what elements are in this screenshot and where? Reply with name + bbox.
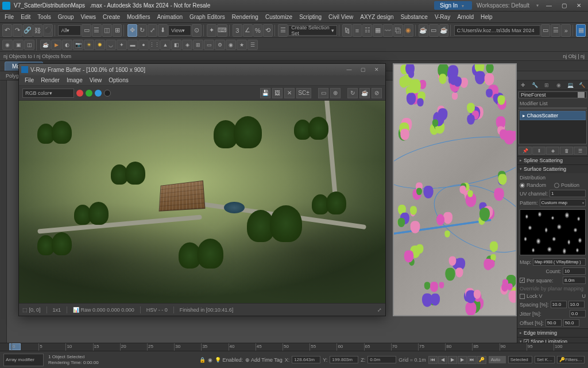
- rollout-slope-limitation[interactable]: ✓Slope Limitation: [517, 338, 588, 343]
- vray-render[interactable]: ☕: [40, 40, 51, 50]
- key-mode-icon[interactable]: 🔑: [477, 356, 486, 364]
- object-name-field[interactable]: PineForest: [519, 91, 587, 98]
- selection-set-combo[interactable]: Create Selection Set ▾: [288, 25, 336, 36]
- scale-button[interactable]: ⤢: [148, 24, 157, 37]
- vfb-red-channel-icon[interactable]: [76, 90, 83, 97]
- menu-help[interactable]: Help: [477, 13, 496, 21]
- vray-dome[interactable]: ◡: [106, 40, 116, 50]
- vray-vfb[interactable]: ▭: [204, 40, 214, 50]
- isolate-button[interactable]: ◉: [2, 40, 13, 50]
- vfb-titlebar[interactable]: V-Ray Frame Buffer - [100.0% of 1600 x 9…: [19, 64, 385, 75]
- remove-mod-icon[interactable]: 🗑: [560, 147, 573, 155]
- select-button[interactable]: ▭: [82, 24, 91, 37]
- motion-tab-icon[interactable]: ◉: [554, 80, 563, 90]
- vfb-blue-channel-icon[interactable]: [95, 90, 102, 97]
- add-time-tag[interactable]: ⊕ Add Time Tag: [245, 357, 283, 363]
- menu-civil-view[interactable]: Civil View: [325, 13, 357, 21]
- angle-snap[interactable]: ∠: [243, 24, 253, 37]
- vfb-render-image[interactable]: [19, 101, 385, 303]
- percent-snap[interactable]: %: [253, 24, 263, 37]
- viewport-area[interactable]: V-Ray Frame Buffer - [100.0% of 1600 x 9…: [7, 80, 517, 343]
- pattern-preview[interactable]: [520, 209, 586, 255]
- modify-tab-icon[interactable]: 🔧: [531, 80, 540, 90]
- menu-arnold[interactable]: Arnold: [454, 13, 477, 21]
- render-frame[interactable]: ▭: [429, 24, 439, 37]
- project-btn1[interactable]: ▭: [541, 24, 551, 37]
- signin-button[interactable]: Sign In ▾: [434, 1, 472, 10]
- unique-icon[interactable]: ◈: [546, 147, 559, 155]
- material-editor[interactable]: ◉: [404, 24, 413, 37]
- select-name-button[interactable]: ☰: [92, 24, 102, 37]
- undo-button[interactable]: ↶: [2, 24, 12, 37]
- mirror-button[interactable]: ⧎: [342, 24, 352, 37]
- project-path[interactable]: C:\Users\iv.koz…ts\3ds Max 2024: [454, 25, 540, 36]
- toggle-ribbon[interactable]: ▦: [373, 24, 382, 37]
- project-btn2[interactable]: ☰: [551, 24, 560, 37]
- display-tab-icon[interactable]: 💻: [566, 80, 575, 90]
- vray-cam[interactable]: 📷: [73, 40, 83, 50]
- keyboard-button[interactable]: ⌨: [217, 24, 227, 37]
- vfb-loadimg-icon[interactable]: 🖼: [272, 88, 283, 98]
- vray-decal[interactable]: ◈: [182, 40, 192, 50]
- vfb-ipr-icon[interactable]: ☕: [359, 88, 370, 98]
- menu-views[interactable]: Views: [78, 13, 100, 21]
- modifier-chaosscatter[interactable]: ▸ ChaosScatter: [520, 111, 586, 120]
- vfb-stop-icon[interactable]: ⊘: [372, 88, 382, 98]
- layers-button[interactable]: ☷: [362, 24, 372, 37]
- menu-edit[interactable]: Edit: [17, 13, 34, 21]
- vray-fur[interactable]: ⋮⋮: [149, 40, 160, 50]
- vfb-menu-view[interactable]: View: [86, 77, 106, 83]
- timeline-ruler[interactable]: 0510152025303540455055606570758085909510…: [0, 343, 588, 351]
- rollout-spline-scattering[interactable]: Spline Scattering: [517, 156, 588, 164]
- menu-v-ray[interactable]: V-Ray: [431, 13, 454, 21]
- vfb-render-icon[interactable]: ↻: [347, 88, 358, 98]
- vfb-expand-icon[interactable]: ⤢: [377, 307, 382, 313]
- menu-customize[interactable]: Customize: [262, 13, 296, 21]
- pin-stack-icon[interactable]: 📌: [519, 147, 532, 155]
- next-frame-icon[interactable]: ▶: [458, 356, 467, 364]
- vfb-menu-image[interactable]: Image: [63, 77, 86, 83]
- rollout-edge-trimming[interactable]: Edge trimming: [517, 329, 588, 337]
- utilities-tab-icon[interactable]: 🔨: [578, 80, 587, 90]
- move-button[interactable]: ✥: [127, 24, 137, 37]
- xview-button[interactable]: ◫: [24, 40, 34, 50]
- rotate-button[interactable]: ↻: [138, 24, 148, 37]
- z-coord[interactable]: 0.0m: [368, 356, 396, 363]
- link-button[interactable]: 🔗: [23, 24, 33, 37]
- modifier-list-combo[interactable]: [519, 108, 587, 109]
- persquare-input[interactable]: 8.0m: [563, 277, 586, 284]
- vfb-channel-combo[interactable]: RGB color ▾: [22, 89, 74, 98]
- vfb-maximize[interactable]: ▢: [357, 66, 369, 74]
- render-setup[interactable]: ☕: [419, 24, 428, 37]
- menu-tools[interactable]: Tools: [34, 13, 54, 21]
- prev-frame-icon[interactable]: ◀: [438, 356, 447, 364]
- vray-ies[interactable]: ✦: [117, 40, 127, 50]
- align-button[interactable]: ≡: [353, 24, 362, 37]
- x-coord[interactable]: 128.643m: [292, 356, 320, 363]
- vfb-clear-icon[interactable]: ✕: [284, 88, 295, 98]
- menu-modifiers[interactable]: Modifiers: [123, 13, 154, 21]
- goto-start-icon[interactable]: ⏮: [428, 356, 438, 364]
- pattern-combo[interactable]: Custom map: [540, 199, 586, 206]
- create-tab-icon[interactable]: ✚: [519, 80, 528, 90]
- vray-frame-buffer-window[interactable]: V-Ray Frame Buffer - [100.0% of 1600 x 9…: [18, 63, 386, 316]
- modifier-stack[interactable]: ▸ ChaosScatter: [519, 110, 587, 144]
- persquare-check[interactable]: ✓: [520, 278, 525, 283]
- pivot-button[interactable]: ⊙: [192, 24, 202, 37]
- sel-lock[interactable]: ▣: [13, 40, 24, 50]
- vfb-region-icon[interactable]: ▭: [318, 88, 328, 98]
- maxscript-listener[interactable]: Array modifier: [3, 354, 44, 366]
- manipulate-button[interactable]: ✦: [207, 24, 216, 37]
- viewport-scatter-preview[interactable]: [393, 63, 517, 316]
- hierarchy-tab-icon[interactable]: ⊞: [542, 80, 551, 90]
- vray-toolbar-toggle[interactable]: ▦: [576, 24, 586, 37]
- vfb-trackmouse-icon[interactable]: ⊕: [330, 88, 341, 98]
- snap-toggle[interactable]: 3: [233, 24, 242, 37]
- vfb-menu-file[interactable]: File: [21, 77, 37, 83]
- named-sel-button[interactable]: ☰: [278, 24, 288, 37]
- project-more[interactable]: »: [561, 24, 571, 37]
- window-crossing-button[interactable]: ⊞: [113, 24, 122, 37]
- menu-group[interactable]: Group: [55, 13, 78, 21]
- vfb-sc-button[interactable]: SC±: [296, 88, 311, 98]
- ref-coord-combo[interactable]: View ▾: [168, 25, 191, 36]
